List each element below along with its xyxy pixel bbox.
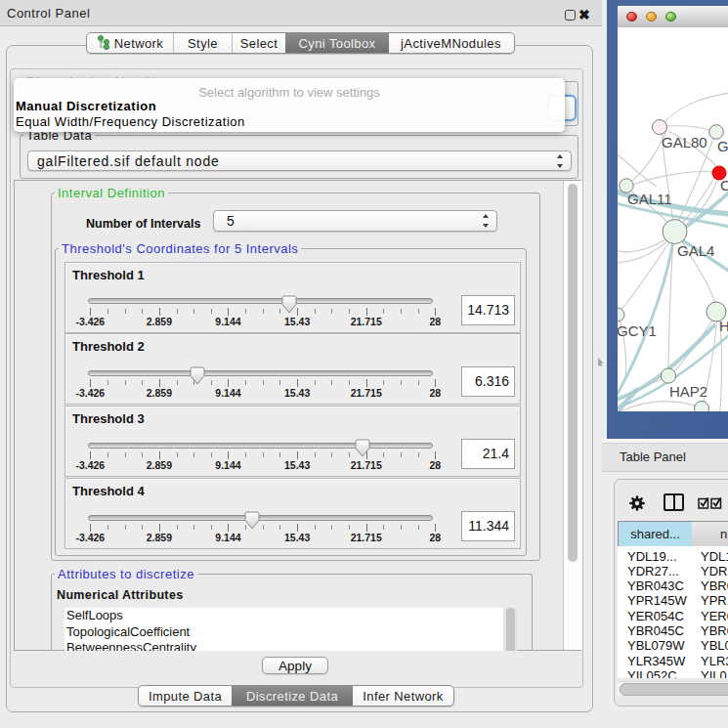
svg-text:GAL4: GAL4 bbox=[677, 242, 714, 259]
svg-text:GAL80: GAL80 bbox=[662, 134, 707, 150]
svg-text:H: H bbox=[719, 318, 728, 334]
svg-text:GAL11: GAL11 bbox=[627, 191, 672, 207]
svg-text:HAP2: HAP2 bbox=[669, 383, 707, 400]
svg-text:GCY1: GCY1 bbox=[618, 322, 657, 339]
svg-text:GA: GA bbox=[717, 138, 728, 154]
svg-text:C: C bbox=[720, 177, 728, 193]
